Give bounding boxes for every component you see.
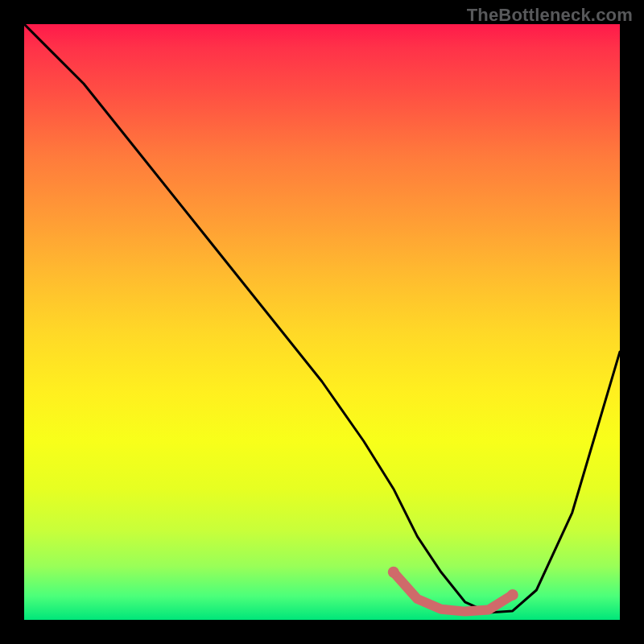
curve-overlay — [24, 24, 620, 620]
bottleneck-curve — [24, 24, 620, 613]
chart-stage: TheBottleneck.com — [0, 0, 644, 644]
highlight-endpoint-left — [388, 567, 399, 578]
watermark-text: TheBottleneck.com — [467, 5, 633, 26]
highlight-endpoint-right — [507, 589, 518, 601]
highlight-segment — [394, 572, 513, 612]
plot-area — [24, 24, 620, 620]
